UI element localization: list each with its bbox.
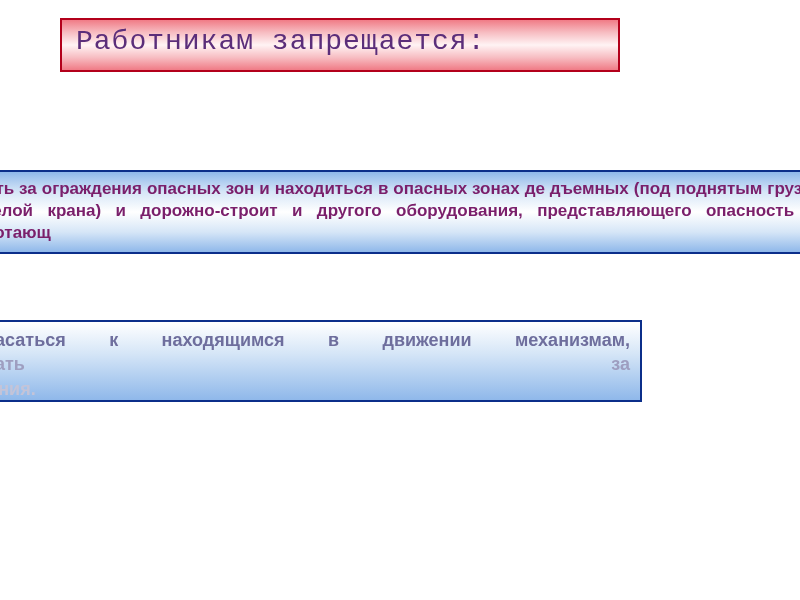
title-box: Работникам запрещается: <box>60 18 620 72</box>
mechanisms-block: рикасаться к находящимся в движении меха… <box>0 320 642 402</box>
mechanisms-line-2: никать за <box>0 352 630 376</box>
mechanisms-line-3: ждения. <box>0 377 630 401</box>
mechanisms-line-1: рикасаться к находящимся в движении меха… <box>0 328 630 352</box>
danger-zones-block: одить за ограждения опасных зон и находи… <box>0 170 800 254</box>
slide: Работникам запрещается: одить за огражде… <box>0 0 800 600</box>
